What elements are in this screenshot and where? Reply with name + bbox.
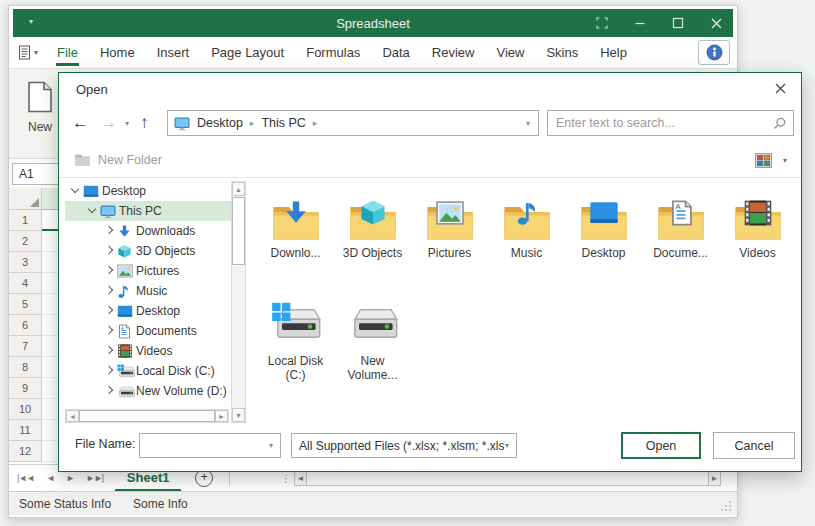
row-header-12[interactable]: 12 [9,441,42,462]
tree-item-3d-objects[interactable]: 3D Objects [65,241,231,261]
breadcrumb-item-desktop[interactable]: Desktop [190,116,250,130]
cancel-button[interactable]: Cancel [713,432,795,459]
row-header-5[interactable]: 5 [9,294,42,315]
file-item-local-disk-c[interactable]: Local Disk (C:) [259,291,332,395]
minimize-button[interactable] [633,16,647,30]
view-mode-button[interactable]: ▾ [755,143,787,177]
previous-sheet-button[interactable]: ◄ [46,473,54,483]
up-button[interactable]: ↑ [140,107,149,139]
tree-item-documents[interactable]: ADocuments [65,321,231,341]
row-header-4[interactable]: 4 [9,273,42,294]
file-item-music[interactable]: Music [490,183,563,287]
ribbon-tab-view[interactable]: View [485,37,535,68]
chevron-down-icon[interactable] [86,205,100,217]
row-header-3[interactable]: 3 [9,252,42,273]
next-sheet-button[interactable]: ► [66,473,74,483]
ribbon-tab-help[interactable]: Help [589,37,638,68]
scroll-left-button[interactable]: ◄ [66,410,79,422]
tree-item-music[interactable]: Music [65,281,231,301]
row-header-1[interactable]: 1 [9,210,42,231]
tree-item-desktop[interactable]: Desktop [65,301,231,321]
tree-item-this-pc[interactable]: This PC [65,201,231,221]
file-item-label: Desktop [581,246,625,260]
last-sheet-button[interactable]: ►►| [86,473,103,483]
chevron-right-icon[interactable] [103,265,117,277]
row-header-8[interactable]: 8 [9,357,42,378]
scroll-up-button[interactable]: ▲ [232,182,245,196]
chevron-right-icon[interactable] [103,225,117,237]
chevron-right-icon[interactable] [103,345,117,357]
back-button[interactable]: ← [72,107,89,139]
chevron-right-icon[interactable] [103,325,117,337]
ribbon-tab-page-layout[interactable]: Page Layout [200,37,295,68]
scroll-right-button[interactable]: ► [215,410,228,422]
tree-item-pictures[interactable]: Pictures [65,261,231,281]
tree-item-videos[interactable]: Videos [65,341,231,361]
maximize-button[interactable] [671,16,685,30]
chevron-right-icon[interactable] [103,285,117,297]
file-item-3d-objects[interactable]: 3D Objects [336,183,409,287]
tree-item-desktop[interactable]: Desktop [65,181,231,201]
file-item-downlo[interactable]: Downlo... [259,183,332,287]
forward-button[interactable]: → [100,107,117,139]
close-button[interactable] [709,16,723,30]
document-menu-button[interactable]: ▾ [18,45,38,60]
file-type-dropdown[interactable]: All Supported Files (*.xlsx; *.xlsm; *.x… [291,433,517,458]
first-sheet-button[interactable]: |◄◄ [17,473,34,483]
svg-text:A: A [675,203,681,212]
breadcrumb[interactable]: Desktop▸This PC▸ ▾ [167,110,539,136]
select-all-corner[interactable] [9,188,42,210]
row-header-9[interactable]: 9 [9,378,42,399]
chevron-right-icon[interactable] [103,305,117,317]
open-button[interactable]: Open [621,432,701,459]
file-item-pictures[interactable]: Pictures [413,183,486,287]
splitter-handle[interactable]: ⋮ [281,473,291,484]
vertical-scroll-thumb[interactable] [232,197,245,265]
horizontal-scrollbar-track[interactable] [307,471,708,486]
history-caret-icon[interactable]: ▾ [125,107,129,139]
search-icon[interactable] [773,117,786,130]
select-all-triangle-icon [30,198,39,207]
file-name-caret-icon[interactable]: ▾ [269,441,273,450]
row-header-7[interactable]: 7 [9,336,42,357]
ribbon-tab-review[interactable]: Review [421,37,486,68]
tree-horizontal-scrollbar[interactable]: ◄ ► [65,409,229,423]
dialog-close-button[interactable] [772,80,788,96]
chevron-right-icon[interactable] [103,365,117,377]
ribbon-tab-insert[interactable]: Insert [146,37,201,68]
screen-icon [117,305,136,318]
breadcrumb-item-this-pc[interactable]: This PC [254,116,312,130]
file-item-videos[interactable]: Videos [721,183,794,287]
chevron-right-icon[interactable] [103,245,117,257]
scroll-down-button[interactable]: ▼ [232,408,245,422]
row-header-11[interactable]: 11 [9,420,42,441]
search-input[interactable] [548,116,773,130]
tree-item-downloads[interactable]: Downloads [65,221,231,241]
scroll-left-button[interactable]: ◄ [294,471,307,486]
info-button[interactable] [698,40,730,65]
new-folder-button[interactable]: New Folder [74,143,162,177]
file-item-desktop[interactable]: Desktop [567,183,640,287]
chevron-down-icon[interactable] [69,185,83,197]
tree-vertical-scrollbar[interactable]: ▲ ▼ [231,181,246,423]
tree-item-local-disk-c[interactable]: Local Disk (C:) [65,361,231,381]
horizontal-scroll-thumb[interactable] [79,410,215,422]
row-header-6[interactable]: 6 [9,315,42,336]
tree-item-new-volume-d[interactable]: New Volume (D:) [65,381,231,401]
ribbon-tab-data[interactable]: Data [371,37,420,68]
chevron-right-icon[interactable] [103,385,117,397]
ribbon-tab-file[interactable]: File [46,37,89,68]
row-header-10[interactable]: 10 [9,399,42,420]
file-name-input[interactable] [140,438,269,454]
breadcrumb-caret-icon[interactable]: ▾ [526,119,530,128]
resize-grip[interactable] [720,500,732,512]
titlebar[interactable]: ▾ Spreadsheet [13,9,733,37]
row-header-2[interactable]: 2 [9,231,42,252]
ribbon-tab-formulas[interactable]: Formulas [295,37,371,68]
fullscreen-button[interactable] [595,16,609,30]
ribbon-tab-skins[interactable]: Skins [535,37,589,68]
file-item-new-volume[interactable]: New Volume... [336,291,409,395]
ribbon-tab-home[interactable]: Home [89,37,146,68]
scroll-right-button[interactable]: ► [708,471,721,486]
file-item-docume[interactable]: ADocume... [644,183,717,287]
